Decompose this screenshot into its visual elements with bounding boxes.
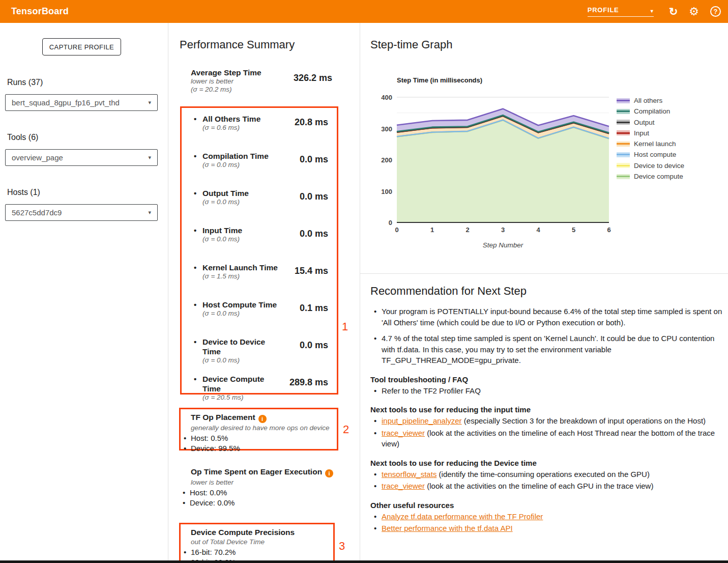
metric-value: 0.0 ms (281, 191, 328, 207)
metric-label: Average Step Time (191, 68, 294, 77)
metric-labels: Output Time(σ = 0.0 ms) (202, 188, 281, 207)
metric-sigma: (σ = 1.5 ms) (202, 272, 278, 280)
recommendation-title: Recommendation for Next Step (370, 285, 723, 298)
recommendation-item: input_pipeline_analyzer (especially Sect… (370, 415, 723, 427)
metric-sigma: (σ = 0.6 ms) (202, 124, 260, 132)
dashboard-selector[interactable]: PROFILE ▾ (588, 6, 654, 17)
legend-swatch (617, 120, 630, 125)
metric-label: Input Time (202, 226, 242, 235)
tools-select[interactable]: overview_page ▾ (5, 149, 158, 166)
legend-swatch (617, 98, 630, 103)
recommendation-link[interactable]: Better performance with the tf.data API (382, 524, 513, 532)
metric-label-wrap: Kernel Launch Time(σ = 1.5 ms) (202, 263, 278, 281)
recommendation-item: trace_viewer (look at the activities on … (370, 481, 723, 492)
metric-labels: Device to Device Time(σ = 0.0 ms) (202, 337, 281, 355)
chevron-down-icon: ▾ (148, 209, 151, 216)
metric-label: Kernel Launch Time (202, 263, 278, 272)
legend-row: Kernel launch (617, 140, 684, 147)
recommendation-item: Better performance with the tf.data API (370, 523, 723, 534)
annotation-2: 2 (343, 423, 349, 436)
help-icon[interactable]: ? (710, 6, 721, 17)
tf-op-placement-list: Host: 0.5% Device: 99.5% (181, 433, 337, 453)
recommendation-bullets: Your program is POTENTIALLY input-bound … (370, 306, 723, 366)
metric-value: 0.0 ms (281, 340, 328, 355)
hosts-select[interactable]: 5627c5dd7dc9 ▾ (5, 204, 158, 221)
dashboard-selector-value: PROFILE (588, 6, 619, 14)
capture-profile-button[interactable]: CAPTURE PROFILE (42, 38, 121, 55)
svg-text:5: 5 (572, 226, 575, 234)
info-icon[interactable]: i (325, 469, 333, 477)
chart-legend: All othersCompilationOutputInputKernel l… (617, 97, 684, 184)
bottom-edge-bar (0, 560, 728, 563)
recommendation-link[interactable]: tensorflow_stats (382, 470, 436, 478)
legend-swatch-line (617, 143, 630, 145)
legend-label: Input (634, 129, 649, 137)
tf-op-placement-title: TF Op Placementi (181, 412, 337, 423)
recommendation-link[interactable]: input_pipeline_analyzer (382, 416, 462, 425)
step-time-chart-svg: 01002003004000123456Step Number (379, 93, 623, 251)
recommendation-link[interactable]: trace_viewer (382, 482, 425, 490)
metric-row: •Input Time(σ = 0.0 ms)0.0 ms (194, 226, 328, 244)
topbar-actions: PROFILE ▾ ↻ ⚙ ? (588, 0, 721, 23)
recommendation-bullet: Your program is POTENTIALLY input-bound … (370, 306, 723, 328)
gear-icon[interactable]: ⚙ (689, 6, 699, 17)
eager-subtitle: lower is better (180, 478, 338, 487)
runs-select[interactable]: bert_squad_8gpu_fp16_pvt_thd ▾ (5, 94, 158, 111)
recommendation-item-text: Refer to the TF2 Profiler FAQ (382, 386, 481, 395)
legend-swatch (617, 142, 630, 147)
svg-text:300: 300 (381, 125, 392, 133)
legend-label: Device to device (634, 162, 684, 170)
metric-sigma: (σ = 0.0 ms) (202, 356, 281, 364)
legend-swatch-line (617, 100, 630, 101)
metric-sigma: (σ = 0.0 ms) (202, 161, 269, 169)
average-step-time-labels: Average Step Time lower is better (σ = 2… (191, 68, 294, 94)
metric-value: 0.1 ms (281, 303, 328, 318)
metric-label: Device Compute Time (202, 374, 281, 393)
metric-row: •Kernel Launch Time(σ = 1.5 ms)15.4 ms (194, 263, 328, 281)
recommendation-item: trace_viewer (look at the activities on … (370, 428, 723, 449)
svg-text:200: 200 (381, 156, 392, 164)
app-title: TensorBoard (11, 6, 69, 17)
chevron-down-icon: ▾ (148, 154, 151, 161)
metric-sigma: (σ = 0.0 ms) (202, 309, 277, 318)
hosts-label: Hosts (1) (7, 188, 40, 197)
average-step-time-metric: Average Step Time lower is better (σ = 2… (191, 68, 332, 94)
svg-text:400: 400 (381, 94, 392, 101)
bullet-dot: • (194, 226, 202, 244)
recommendation-item: Analyze tf.data performance with the TF … (370, 511, 723, 522)
tf-op-placement-title-text: TF Op Placement (191, 413, 255, 421)
metric-value: 15.4 ms (281, 266, 328, 281)
recommendation-item: tensorflow_stats (identify the time-cons… (370, 469, 723, 480)
recommendation-item: Refer to the TF2 Profiler FAQ (370, 385, 723, 397)
legend-label: Kernel launch (634, 140, 676, 148)
recommendation-list: tensorflow_stats (identify the time-cons… (370, 469, 723, 492)
metric-label-wrap: Input Time(σ = 0.0 ms) (202, 226, 242, 244)
legend-label: Output (634, 119, 655, 126)
svg-text:3: 3 (501, 226, 505, 234)
svg-text:0: 0 (389, 219, 392, 227)
metric-labels: Kernel Launch Time(σ = 1.5 ms) (202, 263, 281, 281)
metric-sigma: (σ = 20.5 ms) (202, 393, 281, 402)
legend-label: Device compute (634, 173, 683, 180)
recommendation-list: Analyze tf.data performance with the TF … (370, 511, 723, 534)
chevron-down-icon: ▾ (651, 9, 654, 14)
performance-summary-title: Performance Summary (180, 38, 295, 51)
legend-swatch-line (617, 154, 630, 155)
legend-swatch (617, 163, 630, 168)
recommendation-heading: Other useful resources (370, 501, 723, 510)
recommendation-link[interactable]: Analyze tf.data performance with the TF … (382, 512, 543, 521)
step-time-graph-panel: Step-time Graph Step Time (in millisecon… (360, 23, 728, 563)
refresh-icon[interactable]: ↻ (669, 6, 678, 17)
metric-row: •Output Time(σ = 0.0 ms)0.0 ms (194, 188, 328, 207)
metric-label-wrap: Host Compute Time(σ = 0.0 ms) (202, 300, 277, 318)
info-icon[interactable]: i (258, 415, 267, 423)
section-divider (360, 273, 728, 274)
tools-select-value: overview_page (12, 153, 63, 162)
bullet-dot: • (194, 263, 202, 281)
recommendation-link[interactable]: trace_viewer (382, 429, 425, 437)
legend-label: All others (634, 97, 662, 104)
recommendation-item-text: (look at the activities on the timeline … (382, 429, 715, 448)
svg-text:2: 2 (465, 226, 469, 234)
recommendation-subsections: Tool troubleshooting / FAQRefer to the T… (370, 375, 723, 534)
step-time-graph-title: Step-time Graph (370, 38, 452, 51)
